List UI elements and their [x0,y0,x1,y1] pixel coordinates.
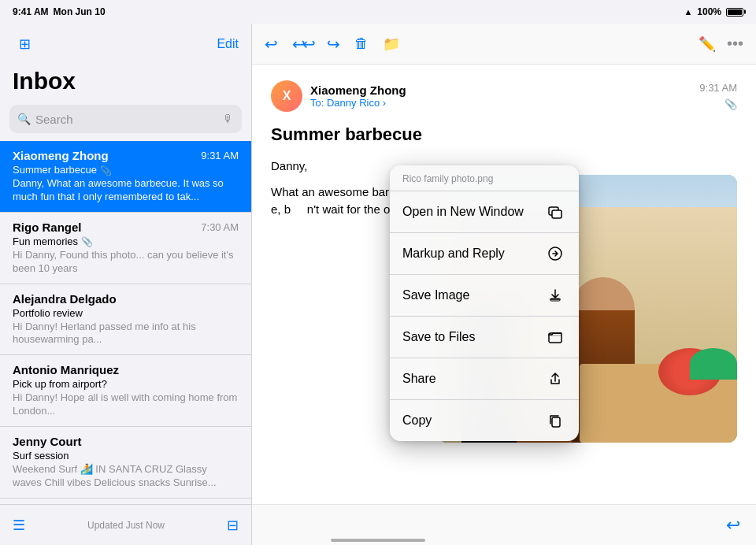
attachment-icon: 📎 [100,165,112,176]
sidebar-toolbar: ⊞ Edit [0,24,251,65]
status-day: Mon Jun 10 [54,6,106,17]
home-indicator [331,539,425,542]
email-item-header: Jenny Court [13,435,239,448]
email-row2: Summer barbecue 📎 [13,164,239,177]
sidebar-header: Inbox [0,65,251,100]
more-button[interactable]: ••• [727,35,743,53]
reply-all-button[interactable]: ↩↩ [292,35,313,54]
email-sender: Rigo Rangel [13,221,82,234]
email-sender: Jenny Court [13,435,82,448]
email-detail-subject: Summer barbecue [271,124,737,145]
update-status: Updated Just Now [87,520,165,531]
from-info: Xiaomeng Zhong To: Danny Rico › [310,83,691,109]
svg-rect-1 [552,210,561,218]
mic-icon[interactable]: 🎙 [223,113,234,125]
search-icon: 🔍 [17,113,31,125]
status-bar: 9:41 AM Mon Jun 10 ▲ 100% [0,0,756,24]
save-image-label: Save Image [402,288,469,302]
open-new-window-icon [544,201,566,223]
context-menu-share[interactable]: Share [390,358,579,400]
email-item-header: Xiaomeng Zhong 9:31 AM [13,149,239,162]
avatar: X [271,80,302,112]
list-item[interactable]: Jenny Court Surf session Weekend Surf 🏄 … [0,427,251,499]
toolbar-actions: ↩ ↩↩ ↪ 🗑 📁 [265,35,400,54]
email-subject: Surf session [13,450,239,462]
reply-button[interactable]: ↩ [265,35,278,54]
email-preview: Hi Danny, Found this photo... can you be… [13,249,239,276]
context-menu: Rico family photo.png Open in New Window… [390,165,579,441]
toolbar-right: ✏️ ••• [699,35,743,53]
reply-footer-button[interactable]: ↩ [726,515,740,536]
folder-button[interactable]: 📁 [383,35,400,53]
email-sender: Alejandra Delgado [13,292,117,306]
email-time: 9:31 AM [201,150,239,161]
share-label: Share [402,372,436,386]
email-preview: Hi Danny! Herland passed me info at his … [13,321,239,347]
svg-rect-5 [552,417,560,427]
context-menu-copy[interactable]: Copy [390,400,579,441]
list-item[interactable]: Xiaomeng Zhong 9:31 AM Summer barbecue 📎… [0,141,251,213]
attachment-icon: 📎 [81,236,93,247]
email-subject: Portfolio review [13,307,239,319]
delete-button[interactable]: 🗑 [354,35,369,52]
from-to: To: Danny Rico › [310,97,691,109]
list-item[interactable]: Nisha Kumar Yesterday Sunday brunch Hey … [0,499,251,504]
status-time: 9:41 AM [13,6,49,17]
sidebar: ⊞ Edit Inbox 🔍 Search 🎙 Xiaomeng Zhong 9… [0,24,252,545]
email-item-header: Alejandra Delgado [13,292,239,306]
battery-percent: 100% [697,6,721,17]
status-bar-right: ▲ 100% [684,6,743,17]
forward-button[interactable]: ↪ [327,35,340,54]
battery-icon [726,8,743,17]
email-item-header: Antonio Manriquez [13,363,239,376]
filter-button[interactable]: ☰ [13,517,25,534]
email-subject: Pick up from airport? [13,378,239,390]
email-row2: Fun memories 📎 [13,235,239,249]
search-placeholder: Search [35,113,218,126]
save-to-files-label: Save to Files [402,330,475,344]
email-list: Xiaomeng Zhong 9:31 AM Summer barbecue 📎… [0,141,251,504]
detail-toolbar: ↩ ↩↩ ↪ 🗑 📁 ✏️ ••• [252,24,756,65]
wifi-icon: ▲ [684,7,692,17]
copy-label: Copy [402,413,432,428]
context-menu-open-new-window[interactable]: Open in New Window [390,191,579,233]
layout-button[interactable]: ⊟ [227,517,239,534]
sidebar-toolbar-left: ⊞ [13,32,36,56]
email-detail-header: X Xiaomeng Zhong To: Danny Rico › 9:31 A… [271,80,737,112]
open-new-window-label: Open in New Window [402,205,524,219]
context-menu-save-to-files[interactable]: Save to Files [390,317,579,358]
list-item[interactable]: Antonio Manriquez Pick up from airport? … [0,355,251,427]
save-to-files-icon [544,326,566,348]
email-preview: Hi Danny! Hope all is well with coming h… [13,391,239,418]
paperclip-icon: 📎 [724,98,737,110]
edit-button[interactable]: Edit [217,37,239,51]
compose-button[interactable]: ✏️ [699,35,716,53]
email-preview: Danny, What an awesome barbecue. It was … [13,177,239,204]
email-subject: Fun memories [13,235,78,247]
detail-time: 9:31 AM [699,82,737,94]
search-bar[interactable]: 🔍 Search 🎙 [9,105,242,133]
markup-reply-label: Markup and Reply [402,247,505,261]
inbox-title: Inbox [13,68,239,94]
app-container: ⊞ Edit Inbox 🔍 Search 🎙 Xiaomeng Zhong 9… [0,24,756,545]
context-menu-markup-reply[interactable]: Markup and Reply [390,233,579,275]
share-icon [544,368,566,390]
markup-reply-icon [544,243,566,265]
greens [690,348,737,380]
email-item-header: Rigo Rangel 7:30 AM [13,221,239,234]
context-menu-save-image[interactable]: Save Image [390,275,579,317]
email-preview: Weekend Surf 🏄 IN SANTA CRUZ Glassy wave… [13,463,239,490]
sidebar-toggle-button[interactable]: ⊞ [13,32,36,56]
list-item[interactable]: Rigo Rangel 7:30 AM Fun memories 📎 Hi Da… [0,213,251,284]
sidebar-footer: ☰ Updated Just Now ⊟ [0,504,251,545]
email-time: 7:30 AM [201,221,239,233]
detail-panel: ↩ ↩↩ ↪ 🗑 📁 ✏️ ••• X [252,24,756,545]
list-item[interactable]: Alejandra Delgado Portfolio review Hi Da… [0,284,251,356]
status-bar-left: 9:41 AM Mon Jun 10 [13,6,106,17]
copy-icon [544,410,566,432]
email-detail-from: X Xiaomeng Zhong To: Danny Rico › 9:31 A… [271,80,737,112]
detail-footer: ↩ [252,504,756,545]
context-menu-filename: Rico family photo.png [390,165,579,191]
from-name: Xiaomeng Zhong [310,83,691,97]
email-sender: Antonio Manriquez [13,363,119,376]
